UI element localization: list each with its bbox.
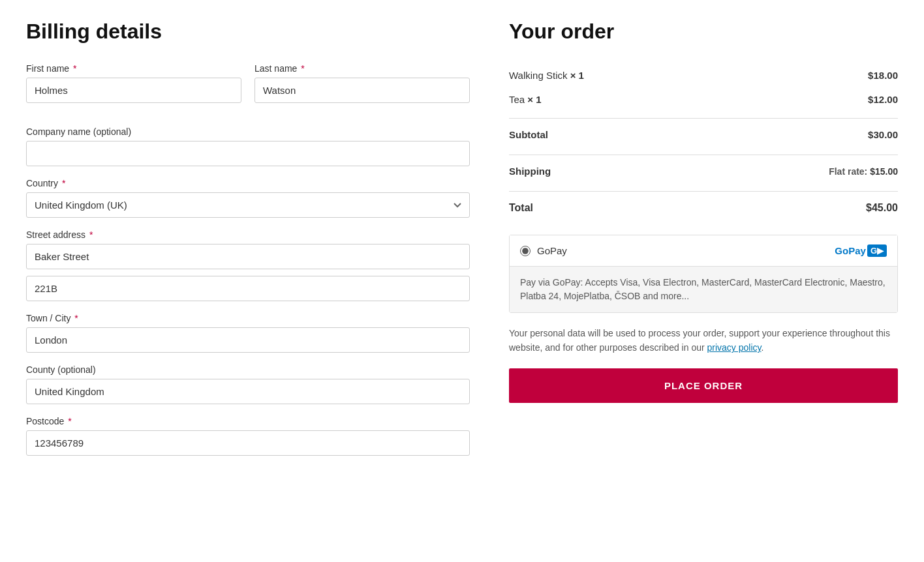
country-label: Country *: [26, 178, 470, 188]
street-address-2-input[interactable]: [26, 276, 470, 301]
shipping-detail: Flat rate: $15.00: [829, 166, 898, 177]
shipping-value: Flat rate: $15.00: [656, 158, 898, 185]
town-city-label: Town / City *: [26, 313, 470, 323]
county-input[interactable]: [26, 379, 470, 404]
order-item-name: Walking Stick × 1: [509, 63, 787, 87]
order-subtotal-row: Subtotal $30.00: [509, 121, 898, 148]
order-items-table: Walking Stick × 1 $18.00 Tea × 1 $12.00: [509, 63, 898, 111]
shipping-label: Shipping: [509, 158, 656, 185]
payment-description: Pay via GoPay: Accepts Visa, Visa Electr…: [510, 266, 897, 312]
company-name-label: Company name (optional): [26, 126, 470, 137]
town-city-group: Town / City *: [26, 313, 470, 353]
first-name-group: First name *: [26, 63, 241, 103]
last-name-label: Last name *: [254, 63, 470, 74]
privacy-note: Your personal data will be used to proce…: [509, 326, 898, 355]
payment-radio-label[interactable]: GoPay: [520, 245, 567, 256]
gopay-logo: GoPay G▶: [835, 244, 887, 257]
order-title: Your order: [509, 20, 898, 44]
order-item-price: $18.00: [787, 63, 898, 87]
country-select[interactable]: United Kingdom (UK) United States (US) G…: [26, 192, 470, 218]
street-address-label: Street address *: [26, 229, 470, 240]
last-name-group: Last name *: [254, 63, 470, 103]
country-group: Country * United Kingdom (UK) United Sta…: [26, 178, 470, 218]
last-name-input[interactable]: [254, 78, 470, 103]
subtotal-value: $30.00: [730, 121, 898, 148]
county-group: County (optional): [26, 364, 470, 404]
order-item-row: Walking Stick × 1 $18.00: [509, 63, 898, 87]
street-address-group: Street address *: [26, 229, 470, 301]
place-order-button[interactable]: PLACE ORDER: [509, 368, 898, 403]
total-label: Total: [509, 194, 677, 222]
subtotal-label: Subtotal: [509, 121, 730, 148]
postcode-label: Postcode *: [26, 416, 470, 426]
street-address-input[interactable]: [26, 244, 470, 269]
company-name-input[interactable]: [26, 141, 470, 166]
payment-header: GoPay GoPay G▶: [510, 235, 897, 266]
town-city-input[interactable]: [26, 327, 470, 353]
payment-radio[interactable]: [520, 246, 531, 256]
first-name-label: First name *: [26, 63, 241, 74]
postcode-group: Postcode *: [26, 416, 470, 456]
billing-title: Billing details: [26, 20, 470, 44]
county-label: County (optional): [26, 364, 470, 375]
company-name-group: Company name (optional): [26, 126, 470, 166]
order-item-price: $12.00: [787, 87, 898, 111]
postcode-input[interactable]: [26, 430, 470, 456]
first-name-input[interactable]: [26, 78, 241, 103]
payment-box: GoPay GoPay G▶ Pay via GoPay: Accepts Vi…: [509, 235, 898, 313]
order-item-name: Tea × 1: [509, 87, 787, 111]
order-shipping-row: Shipping Flat rate: $15.00: [509, 158, 898, 185]
payment-method-name: GoPay: [537, 245, 567, 256]
gopay-logo-text: GoPay: [835, 245, 866, 256]
gopay-logo-arrow: G▶: [867, 244, 887, 257]
order-total-row: Total $45.00: [509, 194, 898, 222]
order-section: Your order Walking Stick × 1 $18.00 Tea …: [509, 20, 898, 467]
privacy-policy-link[interactable]: privacy policy: [707, 342, 762, 353]
billing-section: Billing details First name * Last name *…: [26, 20, 470, 467]
order-item-row: Tea × 1 $12.00: [509, 87, 898, 111]
total-value: $45.00: [677, 194, 898, 222]
